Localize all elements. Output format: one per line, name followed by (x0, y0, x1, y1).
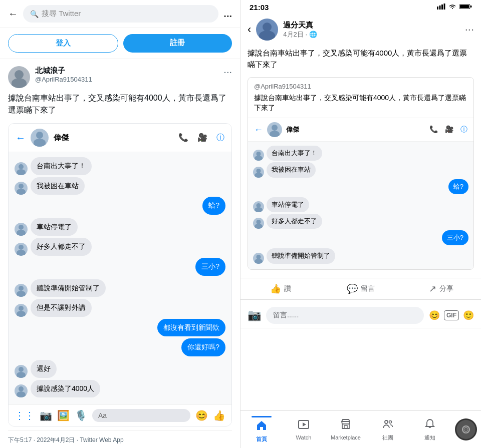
fb-message-avatar (253, 167, 264, 178)
like-icon: 👍 (213, 409, 225, 421)
message-bubble: 聽說準備開始管制了 (31, 279, 106, 297)
message-bubble: 台南出大事了！ (31, 157, 92, 175)
fb-messenger-box: ← 偉傑 📞 🎥 ⓘ 台南出大事了！ 我被困在車站 (248, 118, 473, 269)
watch-icon (298, 418, 310, 433)
message-bubble: 我被困在車站 (31, 177, 85, 195)
tweet-avatar (8, 66, 30, 88)
message-row: 都沒有看到新聞欸 (15, 319, 225, 337)
svg-marker-8 (303, 422, 306, 426)
message-row: 蛤? (15, 197, 225, 215)
video-icon: 🎥 (197, 133, 207, 143)
bottom-navigation: 首頁 Watch Marketplace 社團 通知 (241, 410, 481, 448)
comment-button[interactable]: 💬 留言 (321, 278, 401, 299)
nav-notifications[interactable]: 通知 (409, 416, 451, 443)
nav-home-label: 首頁 (256, 435, 267, 443)
twitter-panel: ← 🔍 搜尋 Twitter ... 登入 註冊 北城浪子 @AprilRa91… (0, 0, 241, 448)
comment-label: 留言 (361, 284, 375, 293)
message-avatar (15, 223, 28, 236)
fb-back-button[interactable]: ‹ (248, 23, 251, 36)
fb-message-bubble: 台南出大事了！ (267, 146, 322, 161)
tweet-timestamp: 下午5:17 · 2022年4月2日 · Twitter Web App (8, 430, 232, 444)
tweet-card: 北城浪子 @AprilRa91504311 ··· 據說台南車站出事了，交叉感染… (0, 59, 240, 448)
fb-message-row: 車站停電了 (253, 197, 468, 212)
nav-marketplace-label: Marketplace (331, 434, 361, 440)
marketplace-icon (340, 418, 352, 433)
camera-icon[interactable]: 📷 (248, 309, 261, 322)
fb-message-avatar (253, 218, 264, 229)
like-icon: 👍 (270, 283, 281, 294)
message-row: 好多人都走不了 (15, 238, 225, 256)
nav-watch[interactable]: Watch (283, 416, 325, 442)
search-box[interactable]: 🔍 搜尋 Twitter (23, 5, 218, 23)
grid-icon: ⋮⋮ (15, 409, 35, 421)
notifications-icon (424, 418, 436, 433)
twitter-topbar: ← 🔍 搜尋 Twitter ... (0, 0, 240, 28)
message-bubble: 都沒有看到新聞欸 (157, 319, 225, 337)
shared-post-text: 據說台南車站出事了，交叉感染可能有4000人，黃市長還爲了選票瞞下來了 (248, 93, 473, 118)
register-button[interactable]: 註冊 (123, 34, 232, 53)
fb-message-row: 好多人都走不了 (253, 214, 468, 229)
like-label: 讚 (284, 284, 291, 293)
post-header: ‹ 過分天真 4月2日 · 🌐 ··· (241, 14, 481, 46)
nav-home[interactable]: 首頁 (241, 414, 283, 445)
message-bubble: 據說感染了4000人 (31, 380, 100, 398)
message-bubble: 三小? (195, 258, 225, 276)
post-author-avatar (256, 19, 278, 41)
auth-row: 登入 註冊 (0, 28, 240, 59)
comment-bar: 📷 留言...... 😊 GIF 🙂 (241, 303, 481, 328)
message-bubble: 車站停電了 (31, 218, 78, 236)
camera-lens (456, 420, 475, 439)
login-button[interactable]: 登入 (8, 34, 118, 53)
gif-button[interactable]: GIF (444, 310, 459, 320)
signal-icon (437, 4, 445, 11)
back-button[interactable]: ← (8, 8, 18, 20)
fb-message-row: 三小? (253, 230, 468, 245)
tweet-more-button[interactable]: ··· (223, 66, 232, 78)
facebook-panel: 21:03 ‹ 過分天真 4月2日 · 🌐 ··· 據說台南車站出事了，交叉感染… (241, 0, 481, 448)
svg-rect-2 (441, 5, 443, 10)
message-row: 據說感染了4000人 (15, 380, 225, 398)
share-button[interactable]: ↗ 分享 (401, 278, 481, 299)
message-bubble: 好多人都走不了 (31, 238, 92, 256)
nav-watch-label: Watch (296, 434, 312, 440)
nav-marketplace[interactable]: Marketplace (325, 416, 367, 442)
call-icon: 📞 (178, 133, 188, 143)
active-indicator (252, 416, 272, 417)
messenger-message-list: 台南出大事了！ 我被困在車站 蛤? 車站停電了 好多人都走不了 (9, 152, 231, 404)
message-avatar (15, 243, 28, 256)
message-bubble: 你還好嗎? (181, 338, 225, 356)
fb-message-bubble: 車站停電了 (267, 197, 309, 212)
camera-button[interactable] (455, 418, 477, 440)
message-row: 還好 (15, 360, 225, 378)
svg-rect-1 (439, 6, 441, 10)
wifi-icon (448, 4, 456, 11)
messenger-action-icons: 📞 🎥 ⓘ (178, 133, 224, 143)
nav-groups[interactable]: 社團 (367, 416, 409, 443)
fb-call-icon: 📞 (429, 125, 438, 134)
more-options-button[interactable]: ... (223, 8, 232, 20)
like-button[interactable]: 👍 讚 (241, 278, 321, 299)
message-input[interactable]: Aa (92, 409, 190, 422)
fb-messenger-back-icon: ← (254, 125, 263, 135)
camera-icon: 📷 (40, 409, 52, 421)
fb-messenger-icons: 📞 🎥 ⓘ (429, 125, 467, 134)
fb-message-row: 蛤? (253, 179, 468, 194)
message-avatar (15, 365, 28, 378)
message-bubble: 蛤? (202, 197, 225, 215)
message-avatar (15, 162, 28, 175)
fb-message-bubble: 聽說準備開始管制了 (267, 248, 335, 263)
tweet-username: 北城浪子 (35, 66, 218, 76)
share-label: 分享 (439, 284, 453, 293)
message-row: 你還好嗎? (15, 338, 225, 356)
comment-icons: 😊 GIF 🙂 (429, 310, 474, 321)
sticker-icon[interactable]: 😊 (429, 310, 440, 321)
message-row: 聽說準備開始管制了 (15, 279, 225, 297)
tweet-handle: @AprilRa91504311 (35, 76, 218, 83)
post-more-button[interactable]: ··· (465, 23, 474, 36)
message-row: 三小? (15, 258, 225, 276)
fb-message-avatar (253, 201, 264, 212)
messenger-footer: ⋮⋮ 📷 🖼️ 🎙️ Aa 😊 👍 (9, 404, 231, 426)
emoji-icon[interactable]: 🙂 (463, 310, 474, 321)
comment-input[interactable]: 留言...... (266, 307, 424, 324)
share-icon: ↗ (429, 283, 436, 294)
